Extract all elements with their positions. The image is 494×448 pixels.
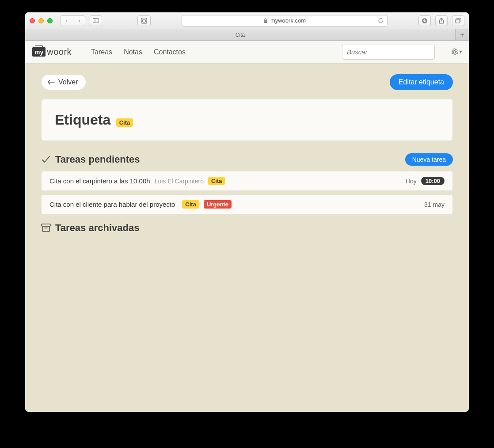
nav-contactos[interactable]: Contactos [154,48,186,56]
tabs-overview-icon[interactable] [452,15,464,26]
close-window-icon[interactable] [30,18,35,23]
minimize-window-icon[interactable] [38,18,44,23]
back-button[interactable]: Volver [41,74,86,90]
top-actions: Volver Editar etiqueta [41,74,453,90]
lock-icon [263,18,268,23]
logo-badge: my [32,47,46,57]
browser-tab[interactable]: Cita [25,29,456,40]
svg-rect-0 [93,19,99,23]
tag-card: Etiqueta Cita [41,99,453,141]
nav-notas[interactable]: Notas [124,48,142,56]
maximize-window-icon[interactable] [47,18,53,23]
task-row[interactable]: Cita con el carpintero a las 10.00h Luis… [41,171,453,191]
task-subtitle: Luis El Carpintero [155,178,204,185]
chevron-down-icon: ▾ [460,49,462,54]
arrow-left-icon [48,80,55,85]
task-title: Cita con el carpintero a las 10.00h [49,177,150,185]
archived-section-header: Tareas archivadas [41,222,453,234]
sidebar-toggle-icon[interactable] [90,15,102,26]
browser-tabbar: Cita + [25,29,469,41]
browser-forward-button[interactable]: › [73,15,85,26]
gear-icon [451,48,458,56]
archive-icon [41,224,51,232]
pending-title: Tareas pendientes [41,154,140,165]
window-controls [30,18,53,23]
tag-badge: Cita [116,118,133,127]
task-time: 10:00 [421,177,445,185]
search-input[interactable] [342,45,435,60]
app-header: my woork Tareas Notas Contactos ▾ [25,41,469,64]
svg-rect-8 [456,19,460,23]
edit-tag-button[interactable]: Editar etiqueta [390,74,453,90]
settings-menu[interactable]: ▾ [451,48,462,56]
main-nav: Tareas Notas Contactos [91,48,186,56]
back-label: Volver [58,78,78,86]
pending-section-header: Tareas pendientes Nueva tarea [41,153,453,166]
task-date: 31 may [424,201,445,208]
browser-back-button[interactable]: ‹ [61,15,73,26]
task-title: Cita con el cliente para hablar del proy… [49,201,175,208]
svg-point-3 [143,19,146,22]
nav-tareas[interactable]: Tareas [91,48,112,56]
task-tag-urgent: Urgente [204,200,232,209]
new-tab-button[interactable]: + [456,29,469,40]
share-icon[interactable] [435,15,448,26]
task-list: Cita con el carpintero a las 10.00h Luis… [41,171,453,214]
task-date: Hoy [406,178,417,185]
page-content: Volver Editar etiqueta Etiqueta Cita Tar… [25,64,469,412]
app-logo[interactable]: my woork [32,47,72,57]
svg-rect-4 [264,20,267,23]
page-title: Etiqueta [55,112,110,128]
svg-rect-10 [42,226,49,232]
nav-back-forward: ‹ › [61,15,85,26]
site-settings-icon[interactable] [137,15,151,26]
task-row[interactable]: Cita con el cliente para hablar del proy… [41,194,453,214]
url-text: mywoork.com [270,17,306,24]
logo-text: woork [47,47,72,57]
task-tag: Cita [182,200,199,209]
svg-rect-2 [141,18,147,23]
check-icon [41,155,51,164]
browser-window: ‹ › mywoork.com [25,12,469,412]
tab-title: Cita [236,32,245,38]
downloads-icon[interactable] [418,15,431,26]
new-task-button[interactable]: Nueva tarea [405,153,453,166]
url-bar[interactable]: mywoork.com [182,15,388,27]
task-tag: Cita [208,177,225,185]
reload-icon[interactable] [378,18,384,23]
browser-titlebar: ‹ › mywoork.com [25,12,469,29]
